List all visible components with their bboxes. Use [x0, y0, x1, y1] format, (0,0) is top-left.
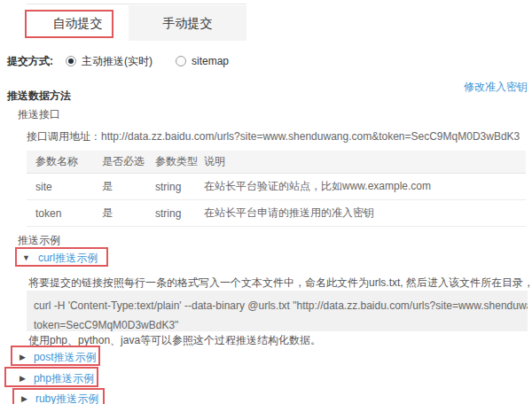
interface-address-label: 接口调用地址： — [27, 130, 101, 143]
curl-example-link[interactable]: curl推送示例 — [38, 251, 98, 266]
table-row-site: site 是 string 在站长平台验证的站点，比如www.example.c… — [27, 174, 526, 200]
cell-param-name: site — [35, 181, 102, 193]
radio-option-active-push[interactable]: 主动推送(实时) — [66, 54, 153, 69]
radio-label-sitemap: sitemap — [192, 55, 229, 67]
cell-description: 在站长平台申请的推送用的准入密钥 — [204, 206, 526, 221]
curl-example-toggle[interactable]: ▼ curl推送示例 — [22, 251, 98, 266]
push-data-method-title: 推送数据方法 — [7, 89, 71, 104]
php-example-toggle[interactable]: ▶ php推送示例 — [20, 371, 94, 386]
params-table: 参数名称 是否必选 参数类型 说明 site 是 string 在站长平台验证的… — [27, 151, 526, 227]
code-line-2: token=SecC9MqM0D3wBdK3" — [34, 315, 520, 331]
languages-note: 使用php、python、java等可以参照这个过程推送结构化数据。 — [28, 333, 321, 348]
radio-label-active-push: 主动推送(实时) — [82, 54, 153, 69]
col-header-description: 说明 — [204, 154, 526, 169]
cell-required: 是 — [102, 206, 155, 221]
php-example-link[interactable]: php推送示例 — [34, 371, 94, 386]
ruby-example-link[interactable]: ruby推送示例 — [35, 392, 98, 404]
cell-type: string — [155, 181, 204, 193]
modify-access-key-link[interactable]: 修改准入密钥 — [464, 80, 528, 95]
tab-auto-submit[interactable]: 自动提交 — [27, 5, 129, 41]
push-examples-title: 推送示例 — [18, 233, 60, 248]
cell-param-name: token — [35, 207, 102, 220]
radio-selected-icon[interactable] — [66, 56, 76, 66]
triangle-right-icon: ▶ — [20, 354, 26, 361]
radio-option-sitemap[interactable]: sitemap — [176, 55, 229, 67]
code-line-1: curl -H 'Content-Type:text/plain' --data… — [34, 296, 520, 315]
radio-unselected-icon[interactable] — [176, 56, 186, 66]
col-header-param-name: 参数名称 — [35, 154, 102, 169]
submit-method-label: 提交方式: — [7, 54, 53, 69]
interface-address-line: 接口调用地址：http://data.zz.baidu.com/urls?sit… — [27, 129, 520, 144]
interface-address-value: http://data.zz.baidu.com/urls?site=www.s… — [101, 130, 520, 143]
ruby-example-toggle[interactable]: ▶ ruby推送示例 — [21, 392, 98, 404]
col-header-type: 参数类型 — [155, 154, 204, 169]
cell-description: 在站长平台验证的站点，比如www.example.com — [204, 179, 526, 194]
curl-code-block: curl -H 'Content-Type:text/plain' --data… — [27, 291, 528, 331]
triangle-down-icon: ▼ — [22, 254, 30, 262]
cell-required: 是 — [102, 179, 155, 194]
push-interface-title: 推送接口 — [18, 107, 60, 122]
tab-strip: 自动提交 手动提交 — [27, 4, 246, 41]
params-table-header: 参数名称 是否必选 参数类型 说明 — [27, 151, 526, 174]
cell-type: string — [155, 207, 204, 220]
tab-manual-submit[interactable]: 手动提交 — [129, 5, 246, 41]
curl-description: 将要提交的链接按照每行一条的格式写入一个文本文件中，命名此文件为urls.txt… — [28, 276, 527, 291]
submit-method-row: 提交方式: 主动推送(实时) sitemap — [7, 54, 229, 68]
col-header-required: 是否必选 — [102, 154, 155, 169]
post-example-link[interactable]: post推送示例 — [34, 350, 97, 365]
triangle-right-icon: ▶ — [21, 395, 27, 403]
table-row-token: token 是 string 在站长平台申请的推送用的准入密钥 — [27, 200, 526, 227]
post-example-toggle[interactable]: ▶ post推送示例 — [20, 350, 97, 365]
triangle-right-icon: ▶ — [20, 375, 26, 383]
